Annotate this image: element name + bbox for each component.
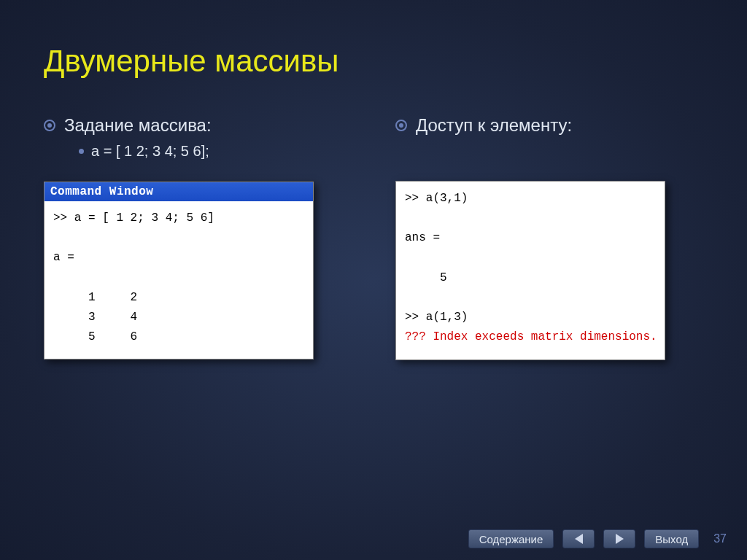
dot-icon [79, 149, 84, 154]
left-sub-text: a = [ 1 2; 3 4; 5 6]; [91, 143, 209, 160]
content-columns: Задание массива: a = [ 1 2; 3 4; 5 6]; C… [44, 115, 703, 360]
output-error: ??? Index exceeds matrix dimensions. [405, 330, 657, 343]
slide-title: Двумерные массивы [44, 44, 703, 79]
contents-button[interactable]: Содержание [468, 529, 554, 548]
spacer [395, 143, 703, 181]
command-window-title: Command Window [44, 182, 313, 201]
left-heading-line: Задание массива: [44, 115, 352, 136]
command-window-left: Command Window >> a = [ 1 2; 3 4; 5 6] a… [44, 182, 314, 359]
command-window-right: >> a(3,1) ans = 5 >> a(1,3) ??? Index ex… [395, 181, 665, 360]
output-plain: >> a(3,1) ans = 5 >> a(1,3) [405, 192, 468, 324]
arrow-right-icon [616, 534, 624, 544]
right-heading-line: Доступ к элементу: [395, 115, 703, 136]
left-heading: Задание массива: [64, 115, 212, 136]
exit-button[interactable]: Выход [644, 529, 699, 548]
right-heading: Доступ к элементу: [416, 115, 572, 136]
left-column: Задание массива: a = [ 1 2; 3 4; 5 6]; C… [44, 115, 352, 360]
arrow-left-icon [575, 534, 583, 544]
bullet-icon [44, 120, 55, 131]
slide: Двумерные массивы Задание массива: a = [… [0, 0, 747, 560]
left-sub-bullet: a = [ 1 2; 3 4; 5 6]; [79, 143, 352, 160]
page-number: 37 [713, 532, 727, 545]
footer: Содержание Выход 37 [0, 529, 747, 548]
prev-button[interactable] [562, 529, 595, 548]
bullet-icon [395, 120, 407, 131]
next-button[interactable] [603, 529, 635, 548]
right-column: Доступ к элементу: >> a(3,1) ans = 5 >> … [395, 115, 703, 360]
command-window-body-right: >> a(3,1) ans = 5 >> a(1,3) ??? Index ex… [396, 182, 665, 359]
command-window-body-left: >> a = [ 1 2; 3 4; 5 6] a = 1 2 3 4 5 6 [44, 201, 313, 359]
